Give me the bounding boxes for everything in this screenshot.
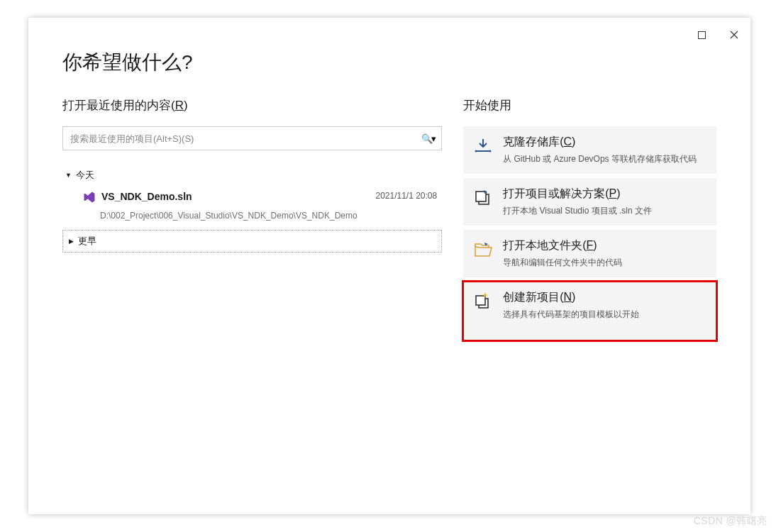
recent-item-path: D:\002_Project\006_Visual_Studio\VS_NDK_… (100, 211, 440, 221)
recent-item-date: 2021/11/1 20:08 (375, 191, 440, 201)
svg-rect-0 (698, 31, 705, 38)
open-project-card[interactable]: 打开项目或解决方案(P) 打开本地 Visual Studio 项目或 .sln… (463, 178, 716, 226)
open-project-text: 打开项目或解决方案(P) 打开本地 Visual Studio 项目或 .sln… (503, 187, 706, 217)
recent-item[interactable]: VS_NDK_Demo.sln 2021/11/1 20:08 D:\002_P… (62, 186, 442, 228)
svg-rect-6 (476, 296, 485, 305)
search-wrapper: 🔍▾ (62, 126, 442, 150)
svg-point-2 (489, 150, 492, 153)
search-icon: 🔍▾ (421, 133, 435, 144)
page-title: 你希望做什么? (62, 49, 716, 76)
open-project-title: 打开项目或解决方案(P) (503, 187, 706, 201)
group-today-label: 今天 (76, 169, 94, 182)
group-earlier-label: 更早 (78, 235, 96, 248)
columns: 打开最近使用的内容(R) 🔍▾ ▼ 今天 (62, 97, 716, 345)
open-folder-desc: 导航和编辑任何文件夹中的代码 (503, 256, 706, 269)
maximize-button[interactable] (685, 23, 718, 46)
start-section-title: 开始使用 (463, 97, 716, 113)
chevron-down-icon: ▼ (65, 172, 72, 179)
svg-point-1 (475, 150, 477, 153)
start-window: 你希望做什么? 打开最近使用的内容(R) 🔍▾ ▼ 今天 (28, 18, 750, 514)
new-project-text: 创建新项目(N) 选择具有代码基架的项目模板以开始 (503, 290, 706, 321)
new-project-card[interactable]: 创建新项目(N) 选择具有代码基架的项目模板以开始 (463, 282, 716, 340)
content-area: 你希望做什么? 打开最近使用的内容(R) 🔍▾ ▼ 今天 (62, 49, 716, 493)
group-earlier[interactable]: ▶ 更早 (62, 230, 442, 253)
recent-title-post: ) (184, 99, 188, 112)
search-button[interactable]: 🔍▾ (414, 127, 441, 150)
recent-column: 打开最近使用的内容(R) 🔍▾ ▼ 今天 (62, 97, 442, 345)
open-project-desc: 打开本地 Visual Studio 项目或 .sln 文件 (503, 204, 706, 217)
recent-item-head: VS_NDK_Demo.sln 2021/11/1 20:08 (83, 191, 440, 206)
start-column: 开始使用 克隆存储库(C) 从 GitHub 或 Azure DevOps 等联… (463, 97, 716, 345)
open-folder-card[interactable]: 打开本地文件夹(F) 导航和编辑任何文件夹中的代码 (463, 230, 716, 277)
chevron-right-icon: ▶ (69, 238, 74, 245)
close-button[interactable] (718, 23, 750, 46)
new-project-desc: 选择具有代码基架的项目模板以开始 (503, 308, 706, 321)
new-project-title: 创建新项目(N) (503, 290, 706, 305)
recent-section-title: 打开最近使用的内容(R) (62, 97, 442, 113)
folder-icon (473, 240, 493, 260)
recent-item-left: VS_NDK_Demo.sln (83, 191, 192, 206)
clone-text: 克隆存储库(C) 从 GitHub 或 Azure DevOps 等联机存储库获… (503, 135, 706, 165)
group-today[interactable]: ▼ 今天 (62, 165, 442, 186)
clone-title: 克隆存储库(C) (503, 135, 706, 150)
watermark: CSDN @韩曙亮 (694, 515, 767, 528)
clone-icon (473, 136, 493, 156)
search-input[interactable] (63, 127, 414, 150)
recent-item-name: VS_NDK_Demo.sln (101, 191, 192, 206)
recent-title-pre: 打开最近使用的内容( (62, 99, 175, 112)
recent-title-hotkey: R (175, 99, 184, 112)
clone-desc: 从 GitHub 或 Azure DevOps 等联机存储库获取代码 (503, 153, 706, 165)
open-folder-text: 打开本地文件夹(F) 导航和编辑任何文件夹中的代码 (503, 238, 706, 269)
window-titlebar (685, 18, 750, 46)
open-project-icon (473, 188, 493, 208)
clone-repo-card[interactable]: 克隆存储库(C) 从 GitHub 或 Azure DevOps 等联机存储库获… (463, 126, 716, 174)
new-project-icon (473, 292, 493, 311)
solution-icon (83, 191, 96, 206)
open-folder-title: 打开本地文件夹(F) (503, 238, 706, 253)
